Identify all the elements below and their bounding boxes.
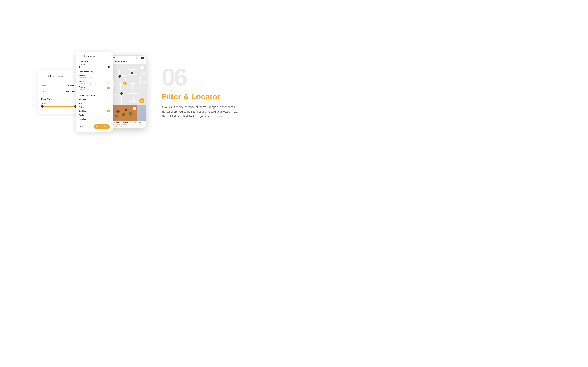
card-strip: ♡ Pizza Making Course 12€ lorem ipsum do…	[110, 105, 146, 128]
dates-row: Dates Set Dates	[41, 83, 77, 89]
phone-frame: 4:56 ▐▐▐ ▲ ▓ ✕ Filter Events	[110, 55, 146, 128]
section-description: If you can't decide because of the vast …	[162, 105, 241, 119]
cat-cooking: Cooking	[78, 109, 110, 113]
tod-afternoon-sub: Starts after 12 pm	[78, 83, 91, 84]
fg-price-value: 0€ - 24€	[78, 63, 110, 66]
slider-thumb-left-left[interactable]	[41, 105, 44, 108]
section-heading: Filter & Locator	[162, 92, 244, 101]
right-content: 06 Filter & Locator If you can't decide …	[149, 65, 257, 119]
dates-value[interactable]: Set Dates	[68, 84, 77, 87]
star-3: ★	[114, 126, 115, 127]
cat-adventure-label: Adventure	[78, 98, 87, 100]
panel-header: ✕ Filter Events	[41, 74, 77, 78]
price-range-value-left: 0€ - 89+€	[41, 102, 77, 104]
panel-title: Filter Events	[48, 75, 63, 77]
clear-all-button[interactable]: Clear all	[78, 125, 85, 128]
star-4: ★	[116, 126, 117, 127]
tod-evening: Evening Starts after 5 pm	[78, 85, 110, 91]
price-slider-left[interactable]	[41, 106, 77, 107]
price-range-title-left: Price Range	[41, 98, 77, 100]
card-desc: lorem ipsum dolor sit amet	[111, 124, 136, 125]
phone-filter-header: ✕ Filter Events	[110, 59, 146, 64]
slider-fill-left	[41, 106, 77, 107]
map-filter-icon[interactable]	[140, 66, 144, 70]
fg-close-icon[interactable]: ✕	[78, 55, 80, 58]
fg-panel-header: ✕ Filter Events	[78, 55, 110, 58]
phone-container: 4:56 ▐▐▐ ▲ ▓ ✕ Filter Events	[110, 55, 149, 128]
categories-title: Event Categories	[78, 94, 110, 96]
tod-afternoon: Afternoon Starts after 12 pm	[78, 80, 110, 85]
phone-status-bar: 4:56 ▐▐▐ ▲ ▓	[110, 56, 146, 59]
close-icon[interactable]: ✕	[41, 74, 45, 78]
cat-arts: Arts	[78, 101, 110, 105]
event-card-image: ♡	[110, 105, 137, 121]
star-2: ★	[112, 126, 114, 127]
cat-cooking-checkbox[interactable]	[107, 110, 110, 112]
fg-slider-fill	[78, 67, 107, 67]
tod-evening-sub: Starts after 5 pm	[78, 88, 90, 90]
phone-filter-title: Filter Events	[115, 60, 127, 63]
cat-adventure: Adventure	[78, 97, 110, 101]
tod-morning: Morning Starts before 12 pm	[78, 74, 110, 80]
fg-slider-thumb-left[interactable]	[78, 66, 80, 68]
guests-value[interactable]: Add Guests	[66, 91, 77, 93]
card-name: Pizza Making Course	[111, 122, 133, 123]
event-card-partial: Wi... lore...	[137, 105, 146, 128]
cat-culture-label: Culture	[78, 106, 85, 108]
guests-row: Guests Add Guests	[41, 89, 77, 95]
map-person-icon[interactable]	[139, 98, 144, 103]
fg-price-title: Price Range	[78, 60, 110, 62]
time-of-day-section: Time of the Day Morning Starts before 12…	[78, 71, 110, 91]
cat-arts-label: Arts	[78, 102, 82, 104]
fg-footer: Clear all See 48 Events	[78, 123, 110, 129]
svg-point-17	[124, 83, 125, 84]
rating-count: (18)	[119, 126, 121, 127]
fg-panel-title: Filter Events	[82, 55, 95, 58]
card-partial-desc: lore...	[138, 124, 146, 125]
fg-price-slider[interactable]	[78, 67, 110, 67]
tod-evening-name: Evening	[78, 86, 90, 88]
cat-family: Family	[78, 113, 110, 117]
tod-morning-sub: Starts before 12 pm	[78, 77, 92, 79]
cat-arts-checkbox[interactable]	[107, 102, 110, 104]
tod-title: Time of the Day	[78, 71, 110, 73]
dates-label: Dates	[41, 84, 46, 87]
filter-panel-foreground: ✕ Filter Events Price Range 0€ - 24€ Tim…	[76, 52, 112, 132]
map-area[interactable]	[110, 64, 146, 105]
cat-culture-checkbox[interactable]	[107, 106, 110, 108]
cat-learning-label: Learning	[78, 118, 86, 120]
tod-morning-name: Morning	[78, 75, 92, 77]
svg-point-23	[141, 100, 142, 101]
cat-culture: Culture	[78, 105, 110, 109]
wifi-icon: ▲	[139, 57, 140, 58]
cat-learning: Learning	[78, 117, 110, 121]
tod-afternoon-name: Afternoon	[78, 80, 91, 83]
battery-icon: ▓	[141, 57, 144, 58]
guests-label: Guests	[41, 91, 47, 93]
card-price: 12€	[134, 122, 136, 123]
fg-slider-thumb-right[interactable]	[108, 66, 110, 68]
tod-morning-checkbox[interactable]	[107, 75, 110, 78]
event-card-pizza: ♡ Pizza Making Course 12€ lorem ipsum do…	[110, 105, 137, 128]
signal-icon: ▐▐▐	[135, 57, 138, 58]
card-partial-info: Wi... lore...	[137, 121, 146, 126]
status-icons: ▐▐▐ ▲ ▓	[135, 57, 144, 58]
event-card-partial-image	[137, 105, 146, 121]
filter-panel-background: ✕ Filter Events Dates Set Dates Guests A…	[37, 70, 80, 114]
tod-evening-checkbox[interactable]	[107, 87, 110, 89]
section-number: 06	[162, 65, 244, 89]
page-wrapper: ✕ Filter Events Dates Set Dates Guests A…	[0, 0, 294, 184]
divider-1	[78, 69, 110, 69]
star-5: ★	[117, 126, 118, 127]
card-stars: ★ ★ ★ ★ ★ (18)	[111, 126, 136, 127]
cat-learning-checkbox[interactable]	[107, 118, 110, 120]
tod-afternoon-checkbox[interactable]	[107, 81, 110, 84]
cat-cooking-label: Cooking	[78, 110, 86, 112]
cat-family-label: Family	[78, 114, 84, 116]
card-partial-name: Wi...	[138, 122, 146, 123]
cat-adventure-checkbox[interactable]	[107, 98, 110, 100]
cat-family-checkbox[interactable]	[107, 114, 110, 116]
heart-icon[interactable]: ♡	[133, 107, 136, 110]
card-info: Pizza Making Course 12€ lorem ipsum dolo…	[110, 121, 137, 128]
see-events-button[interactable]: See 48 Events	[94, 125, 110, 129]
